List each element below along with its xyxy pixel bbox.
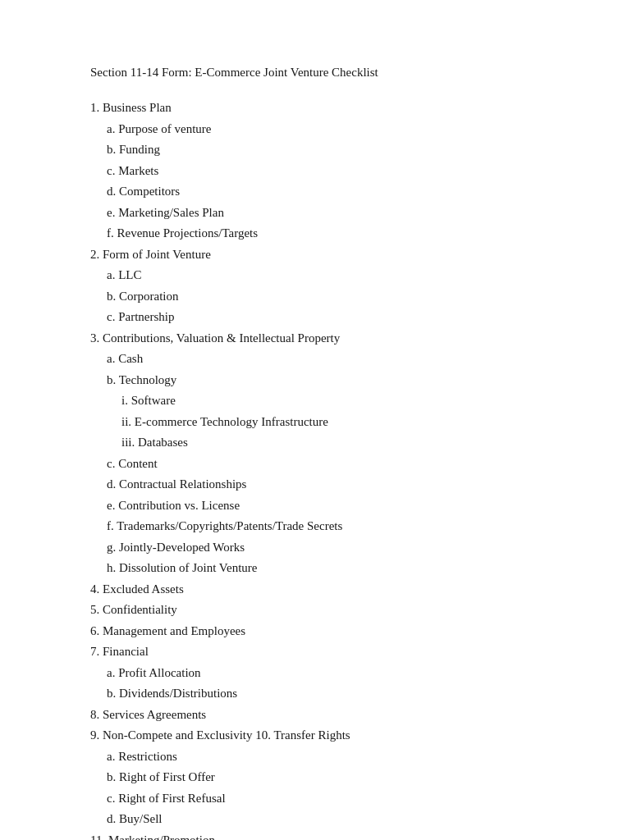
list-item: d. Competitors (90, 181, 550, 203)
list-item: 7. Financial (90, 641, 550, 663)
list-item: b. Technology (90, 370, 550, 391)
list-item: 3. Contributions, Valuation & Intellectu… (90, 328, 550, 349)
list-item: a. Purpose of venture (90, 119, 550, 140)
content-list: 1. Business Plana. Purpose of ventureb. … (90, 98, 550, 840)
list-item: b. Right of First Offer (90, 767, 550, 788)
section-title: Section 11-14 Form: E-Commerce Joint Ven… (90, 66, 550, 80)
list-item: 4. Excluded Assets (90, 579, 550, 600)
list-item: h. Dissolution of Joint Venture (90, 558, 550, 579)
list-item: iii. Databases (90, 432, 550, 454)
page-container: Section 11-14 Form: E-Commerce Joint Ven… (0, 0, 632, 840)
list-item: e. Marketing/Sales Plan (90, 203, 550, 224)
list-item: ii. E-commerce Technology Infrastructure (90, 412, 550, 433)
list-item: b. Corporation (90, 286, 550, 308)
list-item: 11. Marketing/Promotion (90, 830, 550, 841)
list-item: e. Contribution vs. License (90, 495, 550, 517)
list-item: f. Trademarks/Copyrights/Patents/Trade S… (90, 516, 550, 537)
list-item: c. Partnership (90, 307, 550, 328)
list-item: b. Funding (90, 139, 550, 161)
list-item: c. Markets (90, 161, 550, 182)
list-item: 5. Confidentiality (90, 600, 550, 621)
list-item: a. Restrictions (90, 746, 550, 768)
list-item: c. Content (90, 454, 550, 475)
list-item: d. Contractual Relationships (90, 474, 550, 495)
list-item: f. Revenue Projections/Targets (90, 223, 550, 244)
list-item: a. Profit Allocation (90, 663, 550, 684)
list-item: a. Cash (90, 349, 550, 370)
list-item: 6. Management and Employees (90, 621, 550, 642)
list-item: 9. Non-Compete and Exclusivity 10. Trans… (90, 725, 550, 746)
list-item: 8. Services Agreements (90, 705, 550, 726)
list-item: i. Software (90, 390, 550, 412)
list-item: d. Buy/Sell (90, 809, 550, 830)
list-item: a. LLC (90, 265, 550, 286)
list-item: 2. Form of Joint Venture (90, 244, 550, 266)
list-item: c. Right of First Refusal (90, 788, 550, 810)
list-item: g. Jointly-Developed Works (90, 537, 550, 559)
list-item: 1. Business Plan (90, 98, 550, 119)
list-item: b. Dividends/Distributions (90, 683, 550, 705)
